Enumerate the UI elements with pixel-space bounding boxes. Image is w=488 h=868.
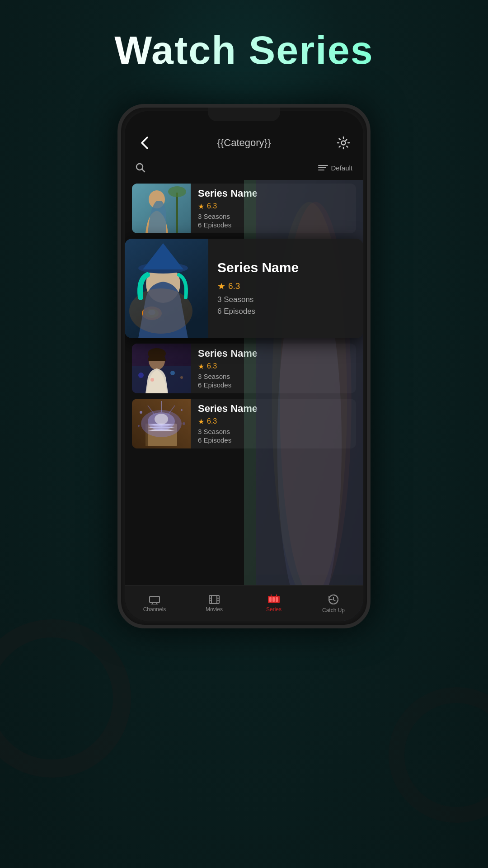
phone-notch: [208, 108, 280, 121]
svg-point-27: [180, 376, 183, 379]
nav-series[interactable]: Series: [244, 585, 304, 621]
sort-label: Default: [331, 164, 352, 172]
episodes-2: 6 Episodes: [217, 307, 354, 316]
bottom-nav: Channels Movies: [125, 585, 363, 621]
nav-channels[interactable]: Channels: [125, 585, 184, 621]
series-thumb-1: [132, 184, 191, 233]
series-bg-4: [256, 399, 356, 448]
star-icon-2: ★: [217, 281, 225, 292]
svg-point-25: [150, 378, 154, 382]
rating-1: 6.3: [207, 202, 217, 210]
star-icon-4: ★: [198, 417, 204, 426]
series-item-expanded-wrapper[interactable]: Series Name ★ 6.3 3 Seasons 6 Episodes: [125, 239, 363, 338]
svg-point-26: [170, 371, 175, 375]
page-title: Watch Series: [0, 27, 488, 73]
search-button[interactable]: [136, 163, 145, 173]
svg-line-64: [333, 600, 335, 601]
svg-rect-59: [276, 597, 278, 602]
svg-point-42: [183, 422, 185, 425]
catchup-icon: [328, 594, 339, 605]
star-icon-1: ★: [198, 202, 204, 211]
series-thumb-3: [132, 344, 191, 393]
sort-button[interactable]: Default: [318, 164, 352, 172]
svg-line-2: [142, 170, 145, 172]
series-icon: [267, 594, 280, 604]
series-thumb-2: [125, 239, 208, 338]
phone-screen: {{Category}}: [125, 111, 363, 621]
series-content: Series Name ★ 6.3 3 Seasons 6 Episodes: [125, 180, 363, 621]
search-bar: Default: [125, 159, 363, 180]
back-button[interactable]: [136, 134, 154, 152]
svg-point-40: [181, 409, 183, 411]
svg-rect-57: [269, 597, 272, 602]
series-label: Series: [266, 606, 282, 613]
series-thumb-4: [132, 399, 191, 448]
svg-rect-58: [272, 597, 275, 602]
svg-rect-45: [150, 596, 160, 603]
app-content: {{Category}}: [125, 111, 363, 621]
phone-frame: {{Category}}: [117, 104, 371, 628]
svg-point-44: [277, 399, 342, 448]
catchup-label: Catch Up: [322, 607, 345, 613]
svg-point-24: [138, 373, 144, 378]
channels-icon: [149, 594, 160, 604]
svg-point-9: [168, 186, 186, 197]
rating-3: 6.3: [207, 362, 217, 370]
rating-4: 6.3: [207, 417, 217, 425]
svg-point-35: [155, 414, 168, 425]
series-item-2[interactable]: Series Name ★ 6.3 3 Seasons 6 Episodes: [125, 239, 363, 338]
rating-2: 6.3: [228, 281, 240, 291]
nav-catchup[interactable]: Catch Up: [304, 585, 363, 621]
movies-label: Movies: [206, 606, 223, 613]
seasons-2: 3 Seasons: [217, 295, 354, 304]
svg-point-41: [138, 425, 140, 427]
svg-rect-49: [209, 595, 219, 604]
settings-button[interactable]: [334, 134, 352, 152]
movies-icon: [208, 594, 220, 604]
svg-point-39: [140, 411, 142, 414]
channels-label: Channels: [143, 606, 166, 613]
rating-row-2: ★ 6.3: [217, 281, 354, 292]
svg-point-0: [341, 141, 345, 145]
nav-movies[interactable]: Movies: [184, 585, 244, 621]
category-title: {{Category}}: [217, 137, 271, 149]
series-name-2: Series Name: [217, 260, 354, 275]
star-icon-3: ★: [198, 362, 204, 371]
series-info-2: Series Name ★ 6.3 3 Seasons 6 Episodes: [208, 239, 363, 338]
